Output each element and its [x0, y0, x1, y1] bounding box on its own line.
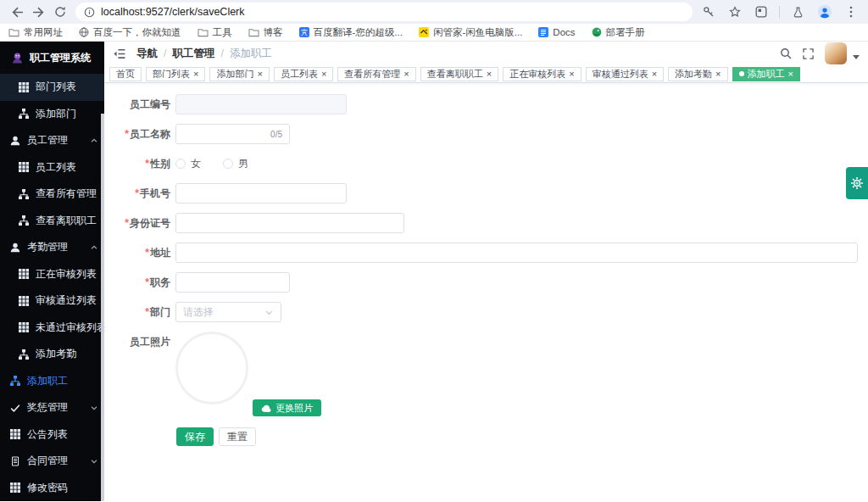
field-control: 0/5 [175, 124, 290, 144]
close-icon[interactable]: × [652, 70, 657, 79]
bookmark-item[interactable]: 部署手册 [592, 26, 645, 39]
search-icon[interactable] [780, 47, 792, 59]
star-icon[interactable] [724, 2, 745, 22]
close-icon[interactable]: × [487, 70, 492, 79]
radio-circle-icon[interactable] [223, 159, 233, 169]
tab-active[interactable]: 添加职工× [732, 67, 800, 81]
labs-flask-icon[interactable] [787, 2, 809, 22]
form-row: *性别女男 [104, 153, 860, 174]
caret-down-icon[interactable] [853, 55, 860, 59]
fullscreen-icon[interactable] [803, 48, 814, 59]
text-input[interactable] [175, 213, 404, 233]
address-bar[interactable]: localhost:9527/clerk/saveClerk [75, 3, 693, 21]
form-actions: 保存 重置 [176, 427, 860, 446]
text-input[interactable] [175, 183, 347, 204]
bookmark-item[interactable]: 百度一下，你就知道 [79, 26, 181, 39]
sidebar-item[interactable]: 部门列表 [0, 74, 104, 101]
breadcrumb-item[interactable]: 导航 [136, 47, 158, 61]
theme-settings-button[interactable] [846, 167, 868, 199]
tab-groups-icon[interactable] [750, 2, 771, 22]
sidebar-item[interactable]: 查看所有管理 [0, 181, 104, 208]
sidebar-item[interactable]: 查看离职职工 [0, 208, 104, 235]
tab-item[interactable]: 添加考勤× [668, 67, 727, 81]
change-photo-button[interactable]: 更换照片 [253, 399, 321, 416]
employee-photo-placeholder[interactable] [175, 332, 248, 404]
close-icon[interactable]: × [788, 70, 793, 79]
radio-circle-icon[interactable] [175, 159, 186, 169]
bookmark-label: 百度翻译-您的超级... [314, 26, 403, 39]
department-select[interactable]: 请选择 [175, 302, 281, 322]
field-label-text: 性别 [150, 158, 170, 170]
reset-button[interactable]: 重置 [219, 427, 256, 446]
field-label-text: 身份证号 [130, 217, 170, 229]
radio-option[interactable]: 男 [223, 157, 248, 171]
tab-item[interactable]: 员工列表× [274, 67, 333, 81]
close-icon[interactable]: × [193, 70, 198, 79]
form-row: 员工编号 [104, 94, 860, 114]
menu-kebab-icon[interactable] [840, 2, 861, 22]
sidebar-item[interactable]: 员工列表 [0, 154, 104, 181]
sidebar-item[interactable]: 添加部门 [0, 101, 104, 128]
tab-item[interactable]: 首页 [109, 67, 142, 81]
tree-icon [19, 189, 29, 199]
close-icon[interactable]: × [715, 70, 721, 79]
reload-icon[interactable] [49, 2, 70, 22]
sidebar-item[interactable]: 考勤管理 [0, 234, 104, 261]
bookmark-item[interactable]: 闲管家-闲鱼电脑版... [419, 26, 522, 39]
tab-label: 添加职工 [748, 68, 785, 81]
radio-option[interactable]: 女 [175, 157, 201, 171]
close-icon[interactable]: × [321, 70, 326, 79]
tab-item[interactable]: 查看离职职工× [420, 67, 498, 81]
required-asterisk: * [145, 276, 149, 288]
save-button[interactable]: 保存 [176, 427, 214, 446]
form-row: *地址 [104, 243, 860, 263]
sidebar-item[interactable]: 审核通过列表 [0, 287, 104, 315]
tab-item[interactable]: 审核通过列表× [586, 67, 664, 81]
sidebar-item[interactable]: 员工管理 [0, 127, 104, 154]
user-avatar[interactable] [825, 42, 847, 64]
docs-icon [538, 27, 548, 37]
sidebar-item[interactable]: 修改密码 [0, 475, 104, 502]
manual-icon [592, 27, 602, 37]
bookmark-item[interactable]: 工具 [198, 26, 232, 39]
sidebar-item[interactable]: 奖惩管理 [0, 394, 104, 421]
text-input[interactable] [175, 243, 858, 263]
tab-item[interactable]: 正在审核列表× [503, 67, 581, 81]
text-input[interactable]: 0/5 [175, 124, 290, 144]
bookmark-label: 常用网址 [24, 26, 63, 39]
char-counter: 0/5 [270, 130, 282, 139]
back-icon[interactable] [7, 2, 28, 22]
bookmark-item[interactable]: Docs [538, 27, 575, 37]
close-icon[interactable]: × [569, 70, 574, 79]
sidebar-item[interactable]: 添加职工 [0, 368, 104, 395]
page-info-icon[interactable] [84, 7, 95, 18]
sidebar-item[interactable]: 添加考勤 [0, 341, 104, 368]
close-icon[interactable]: × [403, 70, 409, 79]
tab-label: 添加部门 [216, 68, 253, 81]
sidebar-item[interactable]: 公告列表 [0, 421, 104, 449]
form-row: *职务 [104, 272, 860, 293]
required-asterisk: * [145, 158, 149, 170]
key-icon[interactable] [698, 2, 719, 22]
sidebar-item[interactable]: 未通过审核列表 [0, 315, 104, 342]
breadcrumb-item[interactable]: 职工管理 [172, 47, 214, 61]
bookmark-item[interactable]: 常用网址 [8, 26, 63, 39]
text-input[interactable] [175, 272, 290, 293]
hamburger-collapse-icon[interactable] [113, 47, 125, 60]
sidebar-item[interactable]: 正在审核列表 [0, 261, 104, 288]
bookmark-item[interactable]: 博客 [248, 26, 283, 39]
profile-icon[interactable] [814, 2, 835, 22]
close-icon[interactable]: × [257, 70, 262, 79]
tab-item[interactable]: 查看所有管理× [337, 67, 415, 81]
tab-item[interactable]: 部门列表× [146, 67, 205, 81]
forward-icon[interactable] [28, 2, 49, 22]
chevron-up-icon [90, 137, 98, 145]
chevron-down-icon [90, 404, 98, 412]
tab-item[interactable]: 添加部门× [209, 67, 269, 81]
app-logo: 职工管理系统 [0, 42, 104, 74]
required-asterisk: * [125, 128, 129, 140]
sidebar-item[interactable]: 合同管理 [0, 448, 104, 475]
sidebar-scrollbar[interactable] [101, 114, 104, 501]
table-icon [19, 296, 29, 306]
bookmark-item[interactable]: 百度翻译-您的超级... [299, 26, 403, 39]
